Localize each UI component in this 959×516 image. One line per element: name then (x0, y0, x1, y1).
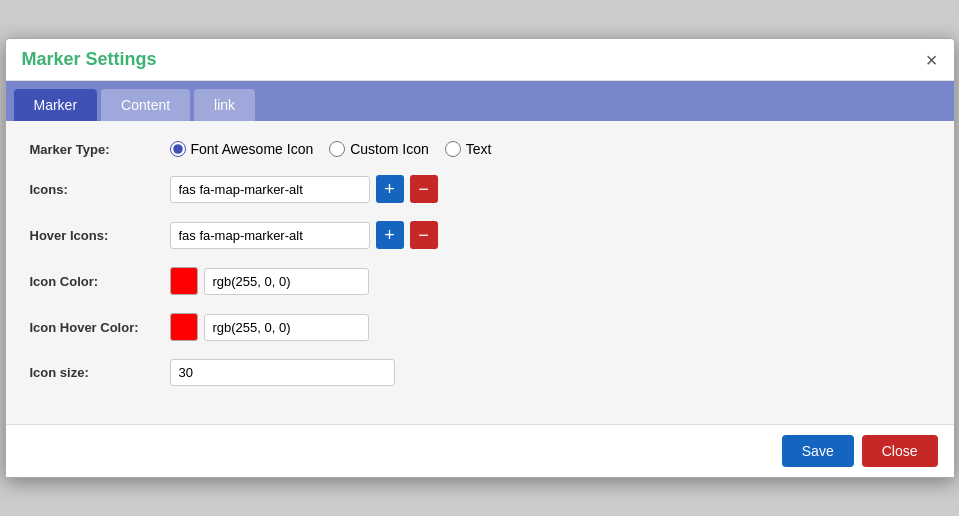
tab-link[interactable]: link (194, 89, 255, 121)
radio-text-label: Text (466, 141, 492, 157)
icons-input[interactable] (170, 176, 370, 203)
icon-color-control (170, 267, 369, 295)
icon-size-label: Icon size: (30, 365, 170, 380)
radio-text[interactable]: Text (445, 141, 492, 157)
radio-custom-icon[interactable]: Custom Icon (329, 141, 429, 157)
radio-custom-icon-input[interactable] (329, 141, 345, 157)
marker-type-control: Font Awesome Icon Custom Icon Text (170, 141, 492, 157)
modal-header: Marker Settings × (6, 39, 954, 81)
save-button[interactable]: Save (782, 435, 854, 467)
marker-type-row: Marker Type: Font Awesome Icon Custom Ic… (30, 141, 930, 157)
icon-hover-color-label: Icon Hover Color: (30, 320, 170, 335)
icon-hover-color-swatch[interactable] (170, 313, 198, 341)
icon-color-label: Icon Color: (30, 274, 170, 289)
modal-title: Marker Settings (22, 49, 157, 70)
marker-type-label: Marker Type: (30, 142, 170, 157)
icon-color-row: Icon Color: (30, 267, 930, 295)
hover-icons-add-button[interactable]: + (376, 221, 404, 249)
icons-row: Icons: + − (30, 175, 930, 203)
hover-icons-label: Hover Icons: (30, 228, 170, 243)
radio-font-awesome-input[interactable] (170, 141, 186, 157)
radio-text-input[interactable] (445, 141, 461, 157)
icon-hover-color-row: Icon Hover Color: (30, 313, 930, 341)
close-button[interactable]: Close (862, 435, 938, 467)
icon-hover-color-control (170, 313, 369, 341)
icon-size-input[interactable] (170, 359, 395, 386)
hover-icons-remove-button[interactable]: − (410, 221, 438, 249)
icons-label: Icons: (30, 182, 170, 197)
marker-settings-modal: Marker Settings × Marker Content link Ma… (5, 38, 955, 478)
modal-close-button[interactable]: × (926, 50, 938, 70)
hover-icons-input[interactable] (170, 222, 370, 249)
icon-color-input[interactable] (204, 268, 369, 295)
icons-control: + − (170, 175, 438, 203)
tab-content[interactable]: Content (101, 89, 190, 121)
icons-remove-button[interactable]: − (410, 175, 438, 203)
radio-custom-icon-label: Custom Icon (350, 141, 429, 157)
hover-icons-control: + − (170, 221, 438, 249)
hover-icons-row: Hover Icons: + − (30, 221, 930, 249)
tab-marker[interactable]: Marker (14, 89, 98, 121)
icon-size-control (170, 359, 395, 386)
icons-add-button[interactable]: + (376, 175, 404, 203)
radio-font-awesome[interactable]: Font Awesome Icon (170, 141, 314, 157)
modal-footer: Save Close (6, 424, 954, 477)
modal-body: Marker Type: Font Awesome Icon Custom Ic… (6, 121, 954, 424)
tab-bar: Marker Content link (6, 81, 954, 121)
icon-color-swatch[interactable] (170, 267, 198, 295)
radio-font-awesome-label: Font Awesome Icon (191, 141, 314, 157)
icon-size-row: Icon size: (30, 359, 930, 386)
icon-hover-color-input[interactable] (204, 314, 369, 341)
